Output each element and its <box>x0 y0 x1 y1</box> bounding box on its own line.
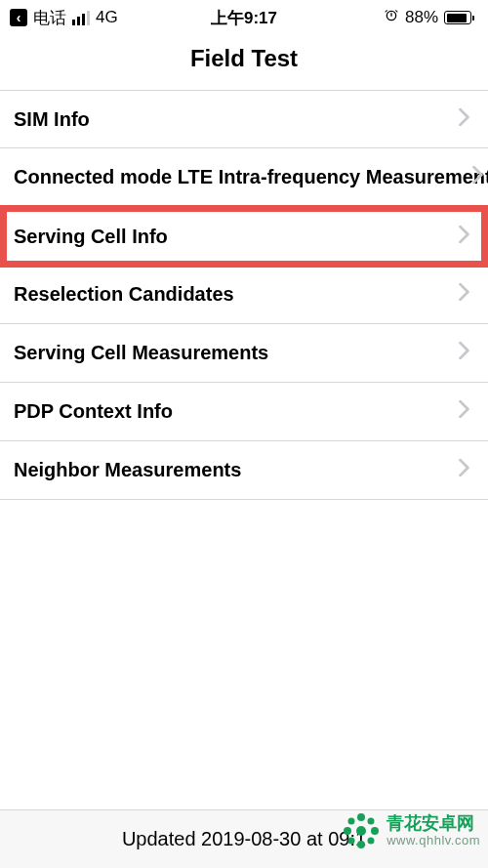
svg-point-6 <box>368 818 375 825</box>
chevron-right-icon <box>459 226 470 248</box>
list-item-label: Reselection Candidates <box>14 283 234 306</box>
signal-icon <box>72 11 90 25</box>
chevron-right-icon <box>459 283 470 306</box>
svg-point-4 <box>371 827 379 835</box>
list-item-label: SIM Info <box>14 108 90 131</box>
alarm-icon <box>384 8 399 27</box>
list-item-serving-cell-info[interactable]: Serving Cell Info <box>0 207 488 266</box>
status-bar-left: ‹ 电话 4G <box>10 7 118 29</box>
svg-point-8 <box>368 838 375 845</box>
chevron-right-icon <box>459 459 470 481</box>
status-bar-right: 88% <box>384 8 474 27</box>
page-title: Field Test <box>0 45 488 72</box>
battery-percent: 88% <box>405 8 438 27</box>
chevron-right-icon <box>459 400 470 423</box>
svg-point-0 <box>356 826 366 836</box>
network-label: 4G <box>96 8 118 27</box>
status-time: 上午9:17 <box>211 7 277 29</box>
svg-point-5 <box>348 818 355 825</box>
highlighted-item-wrap: Serving Cell Info <box>0 207 488 266</box>
list-item-pdp-context-info[interactable]: PDP Context Info <box>0 383 488 441</box>
chevron-right-icon <box>459 342 470 364</box>
battery-icon <box>444 11 474 24</box>
chevron-right-icon <box>459 108 470 131</box>
carrier-label: 电话 <box>33 7 66 29</box>
menu-list: SIM Info Connected mode LTE Intra-freque… <box>0 90 488 500</box>
list-item-label: Serving Cell Info <box>14 226 168 248</box>
list-item-serving-cell-measurements[interactable]: Serving Cell Measurements <box>0 324 488 383</box>
watermark: 青花安卓网 www.qhhlv.com <box>342 811 480 850</box>
watermark-name: 青花安卓网 <box>386 814 480 834</box>
status-bar: ‹ 电话 4G 上午9:17 88% <box>0 0 488 31</box>
svg-point-7 <box>348 838 355 845</box>
watermark-text: 青花安卓网 www.qhhlv.com <box>386 814 480 847</box>
list-item-label: Serving Cell Measurements <box>14 342 268 364</box>
svg-point-2 <box>357 841 365 848</box>
list-item-neighbor-measurements[interactable]: Neighbor Measurements <box>0 441 488 500</box>
list-item-connected-mode[interactable]: Connected mode LTE Intra-frequency Measu… <box>0 148 488 207</box>
page-header: Field Test <box>0 31 488 90</box>
watermark-url: www.qhhlv.com <box>386 834 480 847</box>
chevron-right-icon <box>472 166 484 188</box>
updated-label: Updated 2019-08-30 at 09:1 <box>122 828 366 849</box>
list-item-label: Connected mode LTE Intra-frequency Measu… <box>14 166 488 188</box>
list-item-label: PDP Context Info <box>14 400 173 423</box>
back-to-app-icon[interactable]: ‹ <box>10 9 27 26</box>
list-item-sim-info[interactable]: SIM Info <box>0 90 488 148</box>
list-item-reselection-candidates[interactable]: Reselection Candidates <box>0 266 488 324</box>
watermark-logo-icon <box>342 811 381 850</box>
list-item-label: Neighbor Measurements <box>14 459 241 481</box>
svg-point-3 <box>344 827 351 835</box>
svg-point-1 <box>357 813 365 821</box>
